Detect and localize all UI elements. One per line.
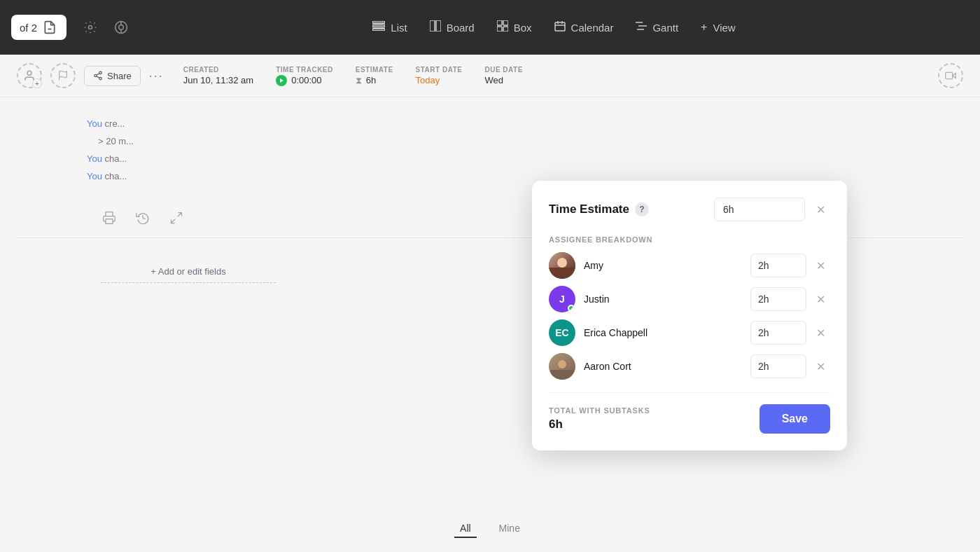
assignee-row-amy: Amy ✕ [549,252,830,279]
amy-avatar [549,252,575,279]
justin-name: Justin [584,294,742,305]
justin-estimate-input[interactable] [750,287,806,311]
plus-icon: + [701,21,707,34]
page-indicator: of 2 [11,15,66,40]
popup-title: Time Estimate ? [549,202,649,216]
erica-clear[interactable]: ✕ [811,323,830,343]
top-navigation: of 2 List [0,0,980,55]
svg-rect-11 [497,20,502,25]
nav-board-label: Board [447,22,475,34]
nav-view-calendar[interactable]: Calendar [545,16,624,39]
svg-rect-9 [430,20,435,32]
nav-view-gantt[interactable]: Gantt [626,16,688,39]
svg-rect-7 [372,25,385,27]
nav-add-view[interactable]: + View [691,17,746,38]
assignee-row-erica: EC Erica Chappell ✕ [549,319,830,346]
svg-point-3 [119,25,124,30]
page-indicator-text: of 2 [20,22,37,34]
justin-input-row: ✕ [750,287,830,311]
assignee-breakdown-label: ASSIGNEE BREAKDOWN [549,235,830,244]
save-button[interactable]: Save [760,404,830,434]
aaron-avatar [549,353,575,380]
list-icon [372,20,385,34]
svg-rect-15 [555,22,565,31]
help-icon[interactable]: ? [635,202,649,216]
nav-icon-2[interactable] [108,15,134,40]
total-value: 6h [549,418,650,432]
calendar-icon [554,20,566,35]
assignee-row-aaron: Aaron Cort ✕ [549,353,830,380]
aaron-clear[interactable]: ✕ [811,357,830,376]
nav-view-board[interactable]: Board [420,16,484,39]
erica-name: Erica Chappell [584,327,742,338]
svg-point-1 [89,26,92,29]
justin-avatar: J [549,286,575,312]
nav-icon-1[interactable] [78,15,103,40]
amy-input-row: ✕ [750,254,830,277]
amy-clear[interactable]: ✕ [811,256,830,275]
svg-rect-12 [503,20,508,25]
assignee-row-justin: J Justin ✕ [549,286,830,312]
svg-rect-14 [503,27,508,32]
total-section: TOTAL WITH SUBTASKS 6h [549,406,650,432]
amy-estimate-input[interactable] [750,254,806,277]
popup-header: Time Estimate ? ✕ [549,198,830,221]
nav-box-label: Box [514,22,532,34]
box-icon [497,20,508,35]
nav-calendar-label: Calendar [571,22,614,34]
online-status-dot [568,305,575,312]
doc-icon [41,19,58,36]
board-icon [430,20,441,35]
nav-view-tabs: List Board Box Calendar [363,16,745,39]
nav-view-label: View [713,22,735,34]
popup-title-text: Time Estimate [549,202,629,216]
erica-avatar: EC [549,319,575,346]
svg-rect-6 [372,21,385,23]
svg-rect-10 [436,20,441,32]
main-estimate-input[interactable] [714,198,805,221]
total-label: TOTAL WITH SUBTASKS [549,406,650,415]
erica-input-row: ✕ [750,321,830,345]
erica-initials: EC [555,327,568,338]
main-estimate-row: ✕ [714,198,830,221]
gantt-icon [636,20,647,35]
aaron-name: Aaron Cort [584,361,742,372]
justin-initials: J [559,294,565,305]
content-area: + Share ··· CREATED Jun 10, 11:32 am TIM… [0,55,980,552]
nav-gantt-label: Gantt [652,22,678,34]
nav-list-label: List [391,22,407,34]
aaron-estimate-input[interactable] [750,354,806,378]
aaron-input-row: ✕ [750,354,830,378]
time-estimate-popup: Time Estimate ? ✕ ASSIGNEE BREAKDOWN Amy [532,181,847,450]
popup-footer: TOTAL WITH SUBTASKS 6h Save [549,392,830,434]
main-estimate-clear[interactable]: ✕ [811,200,830,219]
justin-clear[interactable]: ✕ [811,289,830,309]
nav-view-box[interactable]: Box [487,16,542,39]
amy-name: Amy [584,260,742,271]
svg-rect-8 [372,29,385,31]
svg-rect-13 [497,27,502,32]
erica-estimate-input[interactable] [750,321,806,345]
nav-view-list[interactable]: List [363,16,416,39]
